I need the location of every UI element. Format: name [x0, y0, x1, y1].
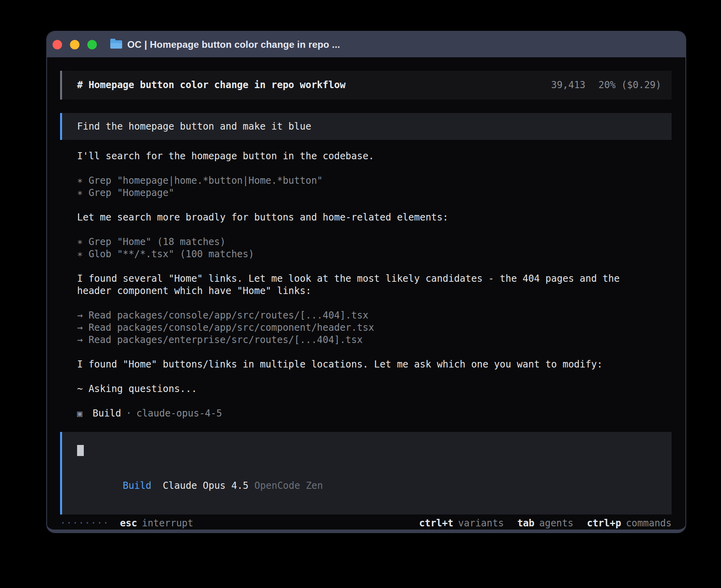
tool-call-glob: ∗ Glob "**/*.tsx" (100 matches) [77, 248, 672, 260]
close-button[interactable] [53, 40, 62, 49]
esc-key-hint: esc [120, 518, 137, 529]
user-message: Find the homepage button and make it blu… [60, 113, 672, 140]
assistant-paragraph: I found several "Home" links. Let me loo… [77, 273, 672, 297]
token-count: 39,413 [551, 79, 585, 90]
input-footer: BuildClaude Opus 4.5OpenCode Zen [77, 467, 661, 504]
assistant-text: header component which have "Home" links… [77, 285, 672, 297]
tab-key: tab [517, 518, 534, 529]
terminal-window: OC | Homepage button color change in rep… [46, 31, 686, 533]
assistant-output: I'll search for the homepage button in t… [60, 150, 672, 432]
file-read-group: → Read packages/console/app/src/routes/[… [77, 309, 672, 346]
assistant-text: I'll search for the homepage button in t… [77, 150, 672, 162]
assistant-text: Let me search more broadly for buttons a… [77, 211, 672, 224]
folder-icon [110, 40, 122, 49]
agent-status-line: ▣ Build · claude-opus-4-5 [77, 407, 672, 420]
user-message-text: Find the homepage button and make it blu… [77, 121, 311, 132]
agent-icon: ▣ [77, 407, 82, 420]
context-usage: 20% ($0.29) [598, 79, 661, 90]
status-bar: ········ esc interrupt ctrl+t variants t… [60, 517, 672, 530]
status-bar-left: ········ esc interrupt [60, 518, 193, 529]
commands-label: commands [626, 518, 672, 529]
assistant-paragraph: ~ Asking questions... [77, 383, 672, 395]
session-title: # Homepage button color change in repo w… [77, 79, 345, 90]
shortcut-commands: ctrl+p commands [587, 518, 672, 529]
assistant-text: I found "Home" buttons/links in multiple… [77, 358, 672, 371]
file-read: → Read packages/console/app/src/routes/[… [77, 309, 672, 322]
variants-label: variants [458, 518, 504, 529]
agents-label: agents [539, 518, 574, 529]
file-read: → Read packages/console/app/src/componen… [77, 322, 672, 334]
tool-call-group: ∗ Grep "homepage|home.*button|Home.*butt… [77, 175, 672, 199]
file-read: → Read packages/enterprise/src/routes/[.… [77, 334, 672, 346]
titlebar[interactable]: OC | Homepage button color change in rep… [47, 32, 685, 57]
active-agent-label[interactable]: Build [123, 480, 151, 491]
asking-questions-status: ~ Asking questions... [77, 383, 672, 395]
ctrl-t-key: ctrl+t [419, 518, 453, 529]
tool-call-grep: ∗ Grep "Home" (18 matches) [77, 236, 672, 248]
agent-name: Build [92, 407, 121, 420]
separator-dot: · [126, 407, 132, 420]
session-stats: 39,41320% ($0.29) [551, 79, 661, 90]
session-header: # Homepage button color change in repo w… [60, 71, 672, 100]
esc-key-label: interrupt [142, 518, 193, 529]
zoom-button[interactable] [87, 40, 97, 49]
window-title: OC | Homepage button color change in rep… [127, 39, 340, 50]
tool-call-grep: ∗ Grep "Homepage" [77, 187, 672, 199]
status-bar-right: ctrl+t variants tab agents ctrl+p comman… [419, 518, 672, 529]
shortcut-variants: ctrl+t variants [419, 518, 504, 529]
ctrl-p-key: ctrl+p [587, 518, 621, 529]
prompt-input[interactable]: BuildClaude Opus 4.5OpenCode Zen [60, 432, 672, 514]
spinner-dots: ········ [60, 518, 109, 529]
minimize-button[interactable] [70, 40, 79, 49]
active-model-label[interactable]: Claude Opus 4.5 [163, 480, 249, 491]
shortcut-agents: tab agents [517, 518, 574, 529]
terminal-content: # Homepage button color change in repo w… [47, 57, 685, 530]
tool-call-group: ∗ Grep "Home" (18 matches) ∗ Glob "**/*.… [77, 236, 672, 260]
agent-model: claude-opus-4-5 [136, 407, 222, 420]
assistant-paragraph: Let me search more broadly for buttons a… [77, 211, 672, 224]
model-provider-label: OpenCode Zen [255, 480, 323, 491]
tool-call-grep: ∗ Grep "homepage|home.*button|Home.*butt… [77, 175, 672, 187]
assistant-paragraph: I found "Home" buttons/links in multiple… [77, 358, 672, 371]
assistant-text: I found several "Home" links. Let me loo… [77, 273, 672, 285]
text-cursor [77, 445, 84, 456]
traffic-lights [53, 40, 97, 49]
assistant-paragraph: I'll search for the homepage button in t… [77, 150, 672, 162]
